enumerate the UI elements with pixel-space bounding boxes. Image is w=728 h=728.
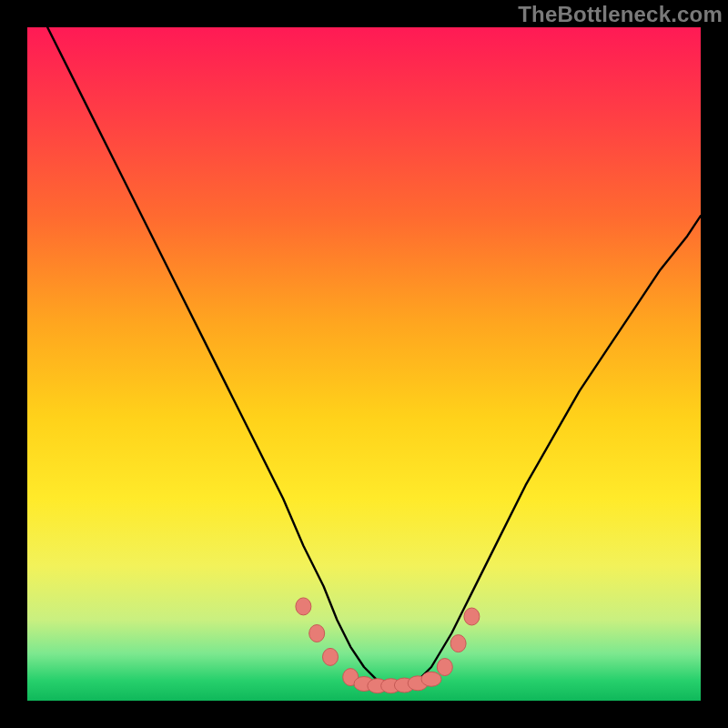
curve-marker — [421, 672, 441, 686]
curve-marker — [464, 608, 480, 625]
curve-marker — [323, 648, 339, 665]
curve-marker — [309, 625, 325, 642]
curve-marker — [296, 598, 311, 615]
watermark-text: TheBottleneck.com — [518, 2, 723, 27]
curve-layer — [27, 27, 701, 701]
curve-marker — [450, 635, 466, 652]
outer-frame: TheBottleneck.com — [0, 0, 728, 728]
plot-area — [27, 27, 701, 701]
curve-markers — [296, 598, 480, 693]
curve-marker — [437, 659, 452, 676]
bottleneck-curve — [47, 27, 701, 687]
